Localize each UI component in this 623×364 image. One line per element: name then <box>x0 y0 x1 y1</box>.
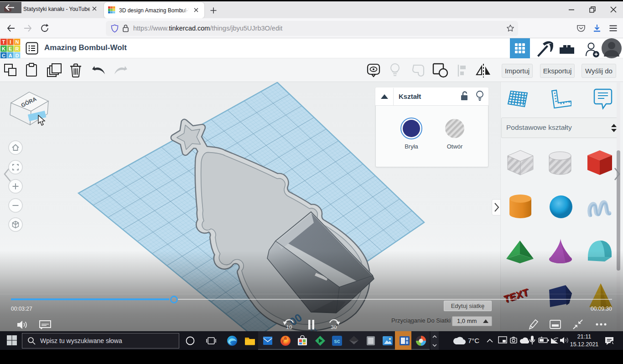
svg-text:T: T <box>2 39 5 45</box>
svg-text:E: E <box>9 46 12 51</box>
svg-text:N: N <box>16 39 19 45</box>
svg-text:D: D <box>16 53 19 58</box>
svg-text:10: 10 <box>286 324 292 330</box>
svg-text:30: 30 <box>331 324 337 330</box>
svg-text:K: K <box>2 46 5 51</box>
svg-text:C: C <box>2 53 5 58</box>
svg-text:R: R <box>16 46 19 51</box>
svg-text:I: I <box>10 39 11 45</box>
svg-text:sc: sc <box>334 338 340 344</box>
svg-text:A: A <box>9 53 12 58</box>
